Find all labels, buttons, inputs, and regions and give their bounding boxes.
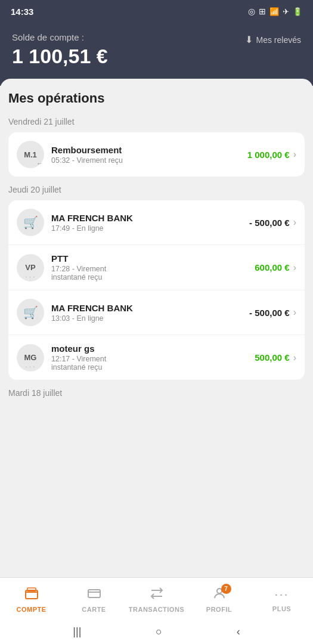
tx-amount: 600,00 € — [255, 262, 289, 273]
transactions-card-friday: M.1 ← Remboursement 05:32 - Virement reç… — [8, 132, 305, 177]
tx-info: PTT 17:28 - Virement instantané reçu — [51, 253, 255, 281]
carte-icon — [87, 586, 101, 604]
gallery-icon: ⊞ — [259, 7, 266, 16]
nav-label-carte: CARTE — [82, 606, 106, 613]
relevé-label: Mes relevés — [256, 35, 301, 45]
avatar-text: M.1 — [24, 150, 37, 159]
cart-icon: 🛒 — [23, 215, 38, 230]
whatsapp-icon: ◎ — [248, 7, 255, 16]
nav-item-profil[interactable]: 7 PROFIL — [188, 586, 250, 613]
chevron-right-icon: › — [293, 307, 296, 318]
tx-name: moteur gs — [51, 343, 255, 354]
tx-amount: - 500,00 € — [249, 218, 290, 228]
status-bar: 14:33 ◎ ⊞ 📶 ✈ 🔋 — [0, 0, 313, 23]
tx-info: MA FRENCH BANK 13:03 - En ligne — [51, 303, 249, 323]
section-title: Mes opérations — [8, 91, 305, 106]
tx-amount: - 500,00 € — [249, 308, 290, 318]
dots-decoration: · · · — [17, 274, 44, 280]
nav-label-profil: PROFIL — [206, 606, 232, 613]
chevron-right-icon: › — [293, 149, 296, 160]
tx-detail: 12:17 - Virement instantané reçu — [51, 355, 255, 371]
avatar-text: MG — [24, 353, 37, 362]
download-icon: ⬇ — [245, 34, 253, 45]
tx-name: MA FRENCH BANK — [51, 213, 249, 223]
date-label-tuesday: Mardi 18 juillet — [8, 388, 305, 398]
profil-icon: 7 — [212, 586, 227, 604]
svg-rect-2 — [88, 590, 100, 597]
nav-label-plus: PLUS — [272, 605, 291, 612]
chevron-right-icon: › — [293, 262, 296, 273]
tx-name: MA FRENCH BANK — [51, 303, 249, 313]
tx-info: MA FRENCH BANK 17:49 - En ligne — [51, 213, 249, 233]
received-arrow-icon: ← — [36, 160, 43, 167]
nav-item-compte[interactable]: COMPTE — [0, 586, 63, 613]
header: Solde de compte : 1 100,51 € ⬇ Mes relev… — [0, 23, 313, 86]
avatar-cart-1: 🛒 — [17, 209, 44, 236]
system-nav: ||| ○ ‹ — [0, 619, 313, 644]
transaction-item[interactable]: VP · · · PTT 17:28 - Virement instantané… — [8, 245, 305, 290]
wifi-icon: 📶 — [269, 7, 279, 16]
sys-nav-back[interactable]: ||| — [73, 626, 81, 638]
tx-detail: 05:32 - Virement reçu — [51, 156, 247, 165]
status-icons: ◎ ⊞ 📶 ✈ 🔋 — [248, 7, 302, 16]
transaction-item[interactable]: MG · · · moteur gs 12:17 - Virement inst… — [8, 335, 305, 380]
header-balance: 1 100,51 € — [12, 45, 108, 68]
bottom-nav: COMPTE CARTE TRANSACTIONS 7 PROFIL ·· — [0, 577, 313, 619]
battery-icon: 🔋 — [293, 7, 302, 16]
date-label-thursday: Jeudi 20 juillet — [8, 185, 305, 194]
cart-icon: 🛒 — [23, 305, 38, 320]
transaction-item[interactable]: 🛒 MA FRENCH BANK 17:49 - En ligne - 500,… — [8, 200, 305, 245]
sys-nav-recent[interactable]: ‹ — [237, 626, 240, 638]
main-content: Mes opérations Vendredi 21 juillet M.1 ←… — [0, 79, 313, 577]
tx-name: PTT — [51, 253, 255, 264]
svg-rect-1 — [27, 588, 36, 591]
nav-item-transactions[interactable]: TRANSACTIONS — [125, 586, 188, 613]
transactions-icon — [150, 586, 164, 604]
tx-info: moteur gs 12:17 - Virement instantané re… — [51, 343, 255, 371]
tx-amount: 500,00 € — [255, 352, 289, 363]
transactions-card-thursday: 🛒 MA FRENCH BANK 17:49 - En ligne - 500,… — [8, 200, 305, 380]
airplane-icon: ✈ — [283, 7, 289, 16]
sys-nav-home[interactable]: ○ — [156, 626, 162, 638]
avatar-cart-2: 🛒 — [17, 299, 44, 326]
chevron-right-icon: › — [293, 217, 296, 228]
transaction-item[interactable]: M.1 ← Remboursement 05:32 - Virement reç… — [8, 132, 305, 177]
avatar-m1: M.1 ← — [17, 141, 44, 168]
tx-detail: 13:03 - En ligne — [51, 314, 249, 323]
avatar-vp: VP · · · — [17, 254, 44, 281]
nav-label-compte: COMPTE — [16, 606, 46, 613]
tx-name: Remboursement — [51, 145, 247, 155]
status-time: 14:33 — [11, 7, 33, 17]
compte-icon — [24, 586, 39, 604]
profil-badge: 7 — [221, 584, 231, 594]
date-label-friday: Vendredi 21 juillet — [8, 117, 305, 126]
nav-label-transactions: TRANSACTIONS — [129, 606, 184, 613]
avatar-text: VP — [25, 263, 35, 272]
nav-item-carte[interactable]: CARTE — [63, 586, 125, 613]
avatar-mg: MG · · · — [17, 344, 44, 371]
tx-detail: 17:49 - En ligne — [51, 224, 249, 233]
plus-more-icon: ··· — [274, 587, 289, 603]
nav-item-plus[interactable]: ··· PLUS — [250, 587, 313, 612]
chevron-right-icon: › — [293, 352, 296, 363]
tx-detail: 17:28 - Virement instantané reçu — [51, 265, 255, 281]
tx-info: Remboursement 05:32 - Virement reçu — [51, 145, 247, 165]
relevé-button[interactable]: ⬇ Mes relevés — [245, 34, 301, 45]
transaction-item[interactable]: 🛒 MA FRENCH BANK 13:03 - En ligne - 500,… — [8, 290, 305, 335]
dots-decoration: · · · — [17, 364, 44, 370]
tx-amount: 1 000,00 € — [247, 150, 290, 160]
